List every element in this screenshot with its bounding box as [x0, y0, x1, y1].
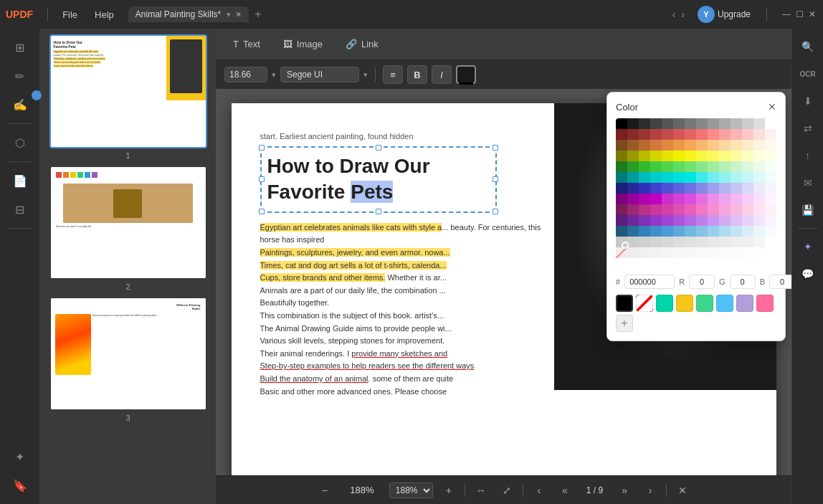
color-cell[interactable] — [719, 194, 731, 204]
color-cell[interactable] — [742, 161, 753, 172]
color-cell[interactable] — [708, 161, 719, 172]
color-cell[interactable] — [708, 194, 719, 204]
color-cell[interactable] — [627, 194, 639, 204]
color-cell[interactable] — [685, 194, 696, 204]
sidebar-icon-bookmark[interactable]: 🔖 — [6, 472, 34, 498]
color-cell[interactable] — [673, 226, 685, 237]
color-cell[interactable] — [616, 194, 627, 204]
thumbnail-2[interactable]: Animals are part of our daily life — [49, 166, 207, 280]
color-cell[interactable] — [639, 118, 650, 129]
color-cell[interactable] — [662, 140, 673, 151]
color-cell[interactable] — [731, 194, 742, 204]
color-cell[interactable] — [719, 129, 731, 140]
preset-teal[interactable] — [656, 295, 673, 312]
color-cell[interactable] — [639, 194, 650, 204]
color-cell[interactable] — [753, 204, 765, 215]
r-input[interactable] — [689, 275, 715, 289]
handle-tm[interactable] — [376, 145, 381, 151]
sidebar-icon-organize[interactable]: ⊟ — [6, 196, 34, 222]
color-cell[interactable] — [731, 151, 742, 161]
color-cell[interactable] — [662, 151, 673, 161]
zoom-out-button[interactable]: − — [315, 480, 335, 500]
color-cell[interactable] — [650, 161, 662, 172]
color-cell[interactable] — [673, 247, 685, 258]
color-cell[interactable] — [719, 204, 731, 215]
color-cell[interactable] — [639, 204, 650, 215]
color-cell[interactable] — [753, 172, 765, 183]
color-cell[interactable] — [639, 151, 650, 161]
color-cell[interactable] — [616, 204, 627, 215]
color-cell[interactable] — [731, 129, 742, 140]
align-button[interactable]: ≡ — [383, 65, 403, 84]
b-input[interactable] — [769, 275, 791, 289]
color-cell[interactable] — [753, 151, 765, 161]
color-cell[interactable] — [753, 140, 765, 151]
handle-ml[interactable] — [259, 176, 265, 182]
sidebar-icon-stamp[interactable]: ⬡ — [6, 130, 34, 156]
color-cell[interactable] — [650, 237, 662, 247]
color-cell[interactable] — [696, 215, 708, 226]
color-cell[interactable] — [696, 183, 708, 194]
color-cell[interactable] — [765, 247, 776, 258]
preset-yellow[interactable] — [676, 295, 693, 312]
color-cell[interactable] — [650, 215, 662, 226]
fit-width-button[interactable]: ↔ — [471, 480, 491, 500]
color-cell[interactable] — [708, 183, 719, 194]
color-cell[interactable] — [753, 215, 765, 226]
color-cell[interactable] — [616, 237, 627, 247]
color-cell[interactable] — [639, 226, 650, 237]
color-cell[interactable] — [685, 237, 696, 247]
color-cell[interactable] — [696, 129, 708, 140]
handle-bm[interactable] — [376, 209, 381, 214]
color-cell[interactable] — [627, 172, 639, 183]
color-cell[interactable] — [765, 129, 776, 140]
color-cell[interactable] — [719, 140, 731, 151]
color-cell[interactable] — [708, 215, 719, 226]
menu-file[interactable]: File — [57, 6, 83, 23]
color-cell[interactable] — [627, 183, 639, 194]
font-dropdown-icon[interactable]: ▾ — [363, 70, 368, 80]
color-cell[interactable] — [685, 215, 696, 226]
color-cell[interactable] — [742, 194, 753, 204]
tab-close-icon[interactable]: ✕ — [235, 10, 242, 19]
handle-tr[interactable] — [493, 145, 498, 151]
color-cell[interactable] — [685, 151, 696, 161]
preset-add-button[interactable]: + — [616, 315, 633, 332]
color-cell[interactable] — [685, 118, 696, 129]
nav-forward-icon[interactable]: › — [681, 9, 685, 20]
color-cell[interactable] — [627, 226, 639, 237]
color-cell[interactable] — [673, 194, 685, 204]
color-cell[interactable] — [696, 151, 708, 161]
color-cell[interactable] — [708, 247, 719, 258]
color-cell[interactable] — [719, 237, 731, 247]
color-cell[interactable] — [765, 204, 776, 215]
handle-br[interactable] — [493, 209, 498, 214]
color-cell[interactable] — [673, 215, 685, 226]
color-cell[interactable] — [616, 118, 627, 129]
preset-blue[interactable] — [716, 295, 733, 312]
color-cell[interactable] — [753, 226, 765, 237]
right-icon-extract[interactable]: ⬇ — [795, 89, 821, 113]
color-cell[interactable] — [708, 204, 719, 215]
link-tool-button[interactable]: 🔗 Link — [337, 35, 387, 53]
color-cell[interactable] — [639, 215, 650, 226]
color-cell[interactable] — [719, 226, 731, 237]
color-cell[interactable] — [616, 161, 627, 172]
color-cell[interactable] — [662, 118, 673, 129]
fit-page-button[interactable]: ⤢ — [497, 480, 517, 500]
color-cell[interactable] — [765, 172, 776, 183]
color-cell[interactable] — [731, 172, 742, 183]
color-cell[interactable] — [731, 226, 742, 237]
sidebar-icon-thumbnails[interactable]: ⊞ — [6, 34, 34, 60]
right-icon-save[interactable]: 💾 — [795, 198, 821, 222]
color-cell[interactable] — [753, 183, 765, 194]
color-cell[interactable] — [719, 172, 731, 183]
new-tab-button[interactable]: + — [249, 8, 267, 21]
color-cell[interactable] — [627, 151, 639, 161]
thumbnail-1[interactable]: How to Draw OurFavorite Pets Egyptian ar… — [49, 34, 207, 148]
color-cell[interactable] — [673, 151, 685, 161]
color-cell[interactable] — [696, 172, 708, 183]
color-cell[interactable] — [627, 237, 639, 247]
sidebar-icon-annotate[interactable]: ✍ — [6, 92, 34, 118]
color-cell[interactable] — [731, 215, 742, 226]
